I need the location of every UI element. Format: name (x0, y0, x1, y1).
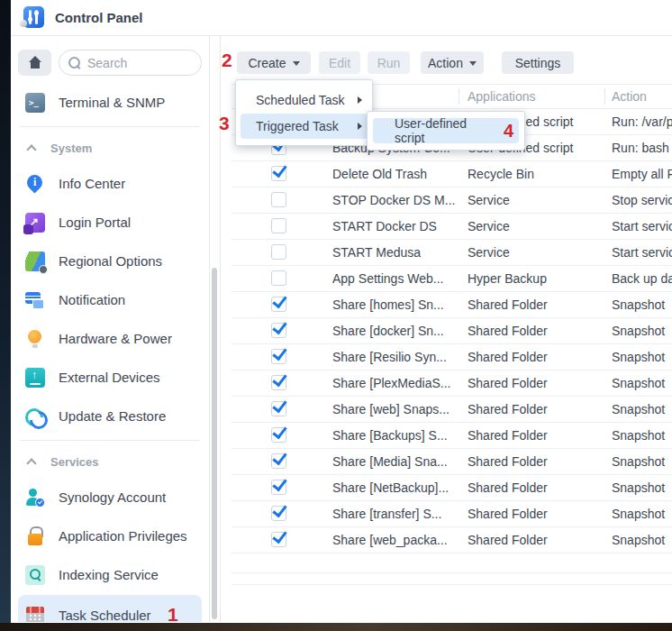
task-table-body: User-defined script Run: /var/p Backup S… (221, 109, 672, 553)
task-name-cell: Share [web] Snaps... (332, 402, 460, 416)
search-box[interactable] (59, 50, 202, 76)
table-row[interactable]: START Docker DS Service Start servic (232, 214, 672, 240)
action-cell: Empty all R (612, 167, 672, 181)
control-panel-window: Control Panel Terminal & SNMP System Inf… (11, 0, 672, 623)
action-cell: Snapshot (612, 533, 672, 547)
settings-button[interactable]: Settings (502, 51, 574, 74)
row-checkbox[interactable] (271, 480, 286, 495)
column-header-applications[interactable]: Applications (468, 89, 536, 104)
annotation-step2: 2 (222, 50, 232, 71)
sidebar-item-hardware-power[interactable]: Hardware & Power (11, 319, 209, 358)
row-checkbox[interactable] (271, 401, 286, 416)
application-cell: Shared Folder (468, 350, 604, 364)
scrollbar-thumb[interactable] (212, 268, 217, 619)
action-cell: Run: /var/p (612, 114, 672, 129)
badge-clock-icon (39, 265, 48, 274)
application-cell: Service (468, 219, 604, 233)
table-row[interactable]: START Medusa Service Start servic (232, 240, 672, 266)
sidebar-item-regional-options[interactable]: Regional Options (11, 242, 209, 280)
chevron-down-icon (293, 61, 300, 66)
task-name-cell: Share [transfer] S... (332, 507, 460, 521)
external-devices-icon (25, 368, 45, 388)
row-checkbox[interactable] (271, 532, 286, 547)
menu-item-user-defined-script[interactable]: User-defined script 4 (373, 118, 519, 143)
task-name-cell: START Docker DS (332, 219, 460, 233)
search-input[interactable] (87, 56, 192, 70)
row-checkbox[interactable] (271, 270, 286, 286)
menu-item-triggered-task[interactable]: Triggered Task (241, 114, 368, 139)
window-title: Control Panel (55, 10, 143, 25)
table-row[interactable]: Share [web] Snaps... Shared Folder Snaps… (232, 397, 672, 423)
submenu-arrow-icon (358, 96, 362, 104)
table-row[interactable]: Share [transfer] S... Shared Folder Snap… (232, 501, 672, 527)
create-button[interactable]: Create (237, 51, 311, 74)
table-row[interactable]: Delete Old Trash Recycle Bin Empty all R (232, 161, 672, 187)
application-cell: Service (468, 245, 604, 260)
edit-button[interactable]: Edit (319, 51, 360, 74)
sidebar-section-services[interactable]: Services (11, 445, 209, 478)
sidebar-item-update-restore[interactable]: Update & Restore (11, 397, 209, 435)
task-name-cell: Share [PlexMediaS... (332, 376, 460, 390)
row-checkbox[interactable] (271, 323, 286, 338)
application-cell: Shared Folder (468, 376, 604, 390)
submenu-arrow-icon (358, 123, 362, 130)
table-row[interactable]: Share [web_packa... Shared Folder Snapsh… (232, 527, 672, 553)
row-checkbox[interactable] (271, 427, 286, 443)
action-cell: Snapshot (612, 480, 672, 495)
chevron-up-icon (26, 458, 36, 468)
indexing-service-icon (25, 565, 45, 585)
application-cell: Shared Folder (468, 324, 604, 338)
sidebar-item-terminal-snmp[interactable]: Terminal & SNMP (11, 83, 209, 122)
control-panel-icon (20, 5, 44, 30)
task-scheduler-icon (25, 605, 45, 622)
task-name-cell: Share [docker] Sn... (332, 324, 460, 338)
action-cell: Snapshot (612, 428, 672, 443)
application-cell: Shared Folder (468, 454, 604, 469)
sidebar-item-task-scheduler[interactable]: Task Scheduler 1 (18, 595, 202, 622)
table-row[interactable]: App Settings Web... Hyper Backup Back up… (232, 266, 672, 292)
task-name-cell: Share [Media] Sna... (332, 454, 460, 469)
row-checkbox[interactable] (271, 349, 286, 364)
action-cell: Snapshot (612, 454, 672, 469)
sidebar-item-synology-account[interactable]: Synology Account (11, 478, 209, 517)
chevron-down-icon (469, 61, 477, 66)
row-checkbox[interactable] (271, 297, 286, 312)
row-checkbox[interactable] (271, 506, 286, 521)
table-row[interactable]: Share [Resilio Syn... Shared Folder Snap… (232, 344, 672, 370)
task-name-cell: Share [Resilio Syn... (332, 350, 460, 364)
home-button[interactable] (18, 50, 51, 76)
sidebar-item-external-devices[interactable]: External Devices (11, 358, 209, 397)
sidebar-item-application-privileges[interactable]: Application Privileges (11, 517, 209, 555)
row-checkbox[interactable] (271, 453, 286, 469)
action-cell: Snapshot (612, 297, 672, 312)
application-cell: Shared Folder (468, 533, 604, 547)
home-icon (28, 57, 42, 69)
run-button[interactable]: Run (368, 51, 410, 74)
table-row[interactable]: Share [homes] Sn... Shared Folder Snapsh… (232, 292, 672, 318)
table-row[interactable]: Share [PlexMediaS... Shared Folder Snaps… (232, 370, 672, 397)
row-checkbox[interactable] (271, 166, 286, 181)
table-row[interactable]: Share [docker] Sn... Shared Folder Snaps… (232, 318, 672, 344)
row-checkbox[interactable] (271, 244, 286, 260)
sidebar-item-notification[interactable]: Notification (11, 280, 209, 319)
table-row[interactable]: Share [NetBackup]... Shared Folder Snaps… (232, 475, 672, 501)
task-name-cell: START Medusa (332, 245, 460, 260)
action-cell: Snapshot (612, 507, 672, 521)
column-header-action[interactable]: Action (612, 89, 647, 104)
action-button[interactable]: Action (421, 51, 484, 74)
table-row[interactable]: Share [Media] Sna... Shared Folder Snaps… (232, 449, 672, 475)
sidebar-item-info-center[interactable]: Info Center (11, 164, 209, 203)
application-privileges-icon (25, 526, 45, 546)
sidebar-item-login-portal[interactable]: Login Portal (11, 203, 209, 242)
row-checkbox[interactable] (271, 192, 286, 207)
hardware-power-icon (25, 329, 45, 349)
row-checkbox[interactable] (271, 218, 286, 233)
table-row[interactable]: STOP Docker DS M... Service Stop servic (232, 187, 672, 214)
row-checkbox[interactable] (271, 375, 286, 390)
application-cell: Hyper Backup (468, 271, 604, 286)
sidebar-section-system[interactable]: System (11, 132, 209, 164)
menu-item-scheduled-task[interactable]: Scheduled Task (236, 87, 372, 114)
sidebar-item-indexing-service[interactable]: Indexing Service (11, 555, 209, 594)
table-row[interactable]: Share [Backups] S... Shared Folder Snaps… (232, 423, 672, 449)
badge-check-icon (35, 498, 45, 508)
